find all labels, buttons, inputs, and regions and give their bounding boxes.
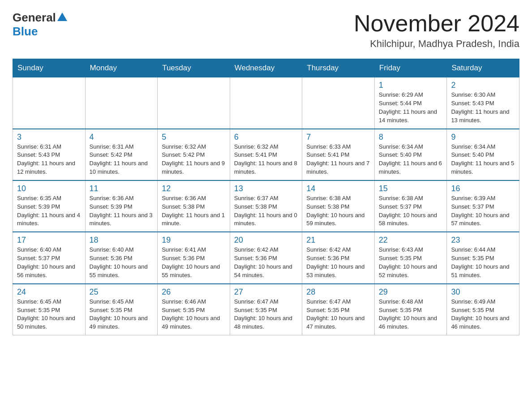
- calendar-row-4: 17Sunrise: 6:40 AMSunset: 5:37 PMDayligh…: [13, 232, 519, 283]
- day-info: Sunrise: 6:33 AMSunset: 5:41 PMDaylight:…: [306, 143, 370, 176]
- day-number: 1: [379, 81, 443, 90]
- day-number: 11: [90, 184, 154, 193]
- calendar-cell: [85, 77, 158, 129]
- day-info: Sunrise: 6:42 AMSunset: 5:36 PMDaylight:…: [306, 246, 370, 279]
- calendar-row-2: 3Sunrise: 6:31 AMSunset: 5:43 PMDaylight…: [13, 129, 519, 180]
- day-number: 21: [306, 235, 370, 245]
- day-info: Sunrise: 6:35 AMSunset: 5:39 PMDaylight:…: [17, 194, 81, 228]
- title-area: November 2024 Khilchipur, Madhya Pradesh…: [354, 11, 519, 50]
- day-number: 5: [162, 133, 226, 142]
- day-info: Sunrise: 6:32 AMSunset: 5:41 PMDaylight:…: [234, 143, 298, 176]
- calendar-cell: 16Sunrise: 6:39 AMSunset: 5:37 PMDayligh…: [447, 180, 519, 232]
- calendar-cell: 30Sunrise: 6:49 AMSunset: 5:35 PMDayligh…: [447, 284, 519, 335]
- day-info: Sunrise: 6:38 AMSunset: 5:38 PMDaylight:…: [306, 194, 370, 228]
- day-number: 22: [379, 235, 443, 245]
- day-info: Sunrise: 6:47 AMSunset: 5:35 PMDaylight:…: [234, 298, 298, 331]
- month-title: November 2024: [354, 11, 519, 36]
- calendar-cell: 22Sunrise: 6:43 AMSunset: 5:35 PMDayligh…: [374, 232, 447, 283]
- weekday-header-tuesday: Tuesday: [158, 59, 230, 77]
- weekday-header-row: SundayMondayTuesdayWednesdayThursdayFrid…: [13, 59, 519, 77]
- calendar-cell: 23Sunrise: 6:44 AMSunset: 5:35 PMDayligh…: [447, 232, 519, 283]
- day-info: Sunrise: 6:48 AMSunset: 5:35 PMDaylight:…: [379, 298, 443, 331]
- calendar-cell: 4Sunrise: 6:31 AMSunset: 5:42 PMDaylight…: [85, 129, 158, 180]
- calendar-cell: 8Sunrise: 6:34 AMSunset: 5:40 PMDaylight…: [374, 129, 447, 180]
- day-number: 9: [451, 133, 515, 142]
- day-info: Sunrise: 6:34 AMSunset: 5:40 PMDaylight:…: [451, 143, 515, 176]
- day-info: Sunrise: 6:39 AMSunset: 5:37 PMDaylight:…: [451, 194, 515, 228]
- calendar-cell: 18Sunrise: 6:40 AMSunset: 5:36 PMDayligh…: [85, 232, 158, 283]
- calendar-cell: 9Sunrise: 6:34 AMSunset: 5:40 PMDaylight…: [447, 129, 519, 180]
- day-number: 27: [234, 287, 298, 297]
- day-number: 12: [162, 184, 226, 193]
- day-info: Sunrise: 6:29 AMSunset: 5:44 PMDaylight:…: [379, 91, 443, 124]
- day-number: 8: [379, 133, 443, 142]
- calendar-cell: 15Sunrise: 6:38 AMSunset: 5:37 PMDayligh…: [374, 180, 447, 232]
- calendar-cell: 10Sunrise: 6:35 AMSunset: 5:39 PMDayligh…: [13, 180, 86, 232]
- calendar-row-5: 24Sunrise: 6:45 AMSunset: 5:35 PMDayligh…: [13, 284, 519, 335]
- calendar-cell: 20Sunrise: 6:42 AMSunset: 5:36 PMDayligh…: [230, 232, 302, 283]
- day-info: Sunrise: 6:40 AMSunset: 5:37 PMDaylight:…: [17, 246, 81, 279]
- calendar-cell: 25Sunrise: 6:45 AMSunset: 5:35 PMDayligh…: [85, 284, 158, 335]
- day-info: Sunrise: 6:45 AMSunset: 5:35 PMDaylight:…: [90, 298, 154, 331]
- calendar-cell: [158, 77, 230, 129]
- weekday-header-sunday: Sunday: [13, 59, 86, 77]
- day-number: 19: [162, 235, 226, 245]
- day-number: 10: [17, 184, 81, 193]
- logo-triangle-icon: [57, 13, 67, 21]
- day-info: Sunrise: 6:34 AMSunset: 5:40 PMDaylight:…: [379, 143, 443, 176]
- day-number: 24: [17, 287, 81, 297]
- calendar-cell: 14Sunrise: 6:38 AMSunset: 5:38 PMDayligh…: [302, 180, 375, 232]
- day-number: 29: [379, 287, 443, 297]
- day-info: Sunrise: 6:38 AMSunset: 5:37 PMDaylight:…: [379, 194, 443, 228]
- logo: General Blue: [13, 11, 67, 39]
- day-info: Sunrise: 6:41 AMSunset: 5:36 PMDaylight:…: [162, 246, 226, 279]
- day-info: Sunrise: 6:45 AMSunset: 5:35 PMDaylight:…: [17, 298, 81, 331]
- day-number: 16: [451, 184, 515, 193]
- day-number: 7: [306, 133, 370, 142]
- calendar-cell: 21Sunrise: 6:42 AMSunset: 5:36 PMDayligh…: [302, 232, 375, 283]
- calendar-cell: 17Sunrise: 6:40 AMSunset: 5:37 PMDayligh…: [13, 232, 86, 283]
- day-number: 13: [234, 184, 298, 193]
- calendar-cell: 12Sunrise: 6:36 AMSunset: 5:38 PMDayligh…: [158, 180, 230, 232]
- day-number: 20: [234, 235, 298, 245]
- calendar-cell: 26Sunrise: 6:46 AMSunset: 5:35 PMDayligh…: [158, 284, 230, 335]
- calendar-table: SundayMondayTuesdayWednesdayThursdayFrid…: [13, 59, 519, 335]
- day-info: Sunrise: 6:36 AMSunset: 5:38 PMDaylight:…: [162, 194, 226, 228]
- day-info: Sunrise: 6:31 AMSunset: 5:43 PMDaylight:…: [17, 143, 81, 176]
- day-info: Sunrise: 6:44 AMSunset: 5:35 PMDaylight:…: [451, 246, 515, 279]
- calendar-cell: 3Sunrise: 6:31 AMSunset: 5:43 PMDaylight…: [13, 129, 86, 180]
- calendar-row-1: 1Sunrise: 6:29 AMSunset: 5:44 PMDaylight…: [13, 77, 519, 129]
- calendar-cell: 6Sunrise: 6:32 AMSunset: 5:41 PMDaylight…: [230, 129, 302, 180]
- calendar-cell: 28Sunrise: 6:47 AMSunset: 5:35 PMDayligh…: [302, 284, 375, 335]
- calendar-cell: [302, 77, 375, 129]
- weekday-header-wednesday: Wednesday: [230, 59, 302, 77]
- calendar-cell: 5Sunrise: 6:32 AMSunset: 5:42 PMDaylight…: [158, 129, 230, 180]
- page-header: General Blue November 2024 Khilchipur, M…: [13, 11, 519, 50]
- calendar-cell: 7Sunrise: 6:33 AMSunset: 5:41 PMDaylight…: [302, 129, 375, 180]
- day-info: Sunrise: 6:31 AMSunset: 5:42 PMDaylight:…: [90, 143, 154, 176]
- calendar-cell: 19Sunrise: 6:41 AMSunset: 5:36 PMDayligh…: [158, 232, 230, 283]
- day-number: 14: [306, 184, 370, 193]
- day-info: Sunrise: 6:43 AMSunset: 5:35 PMDaylight:…: [379, 246, 443, 279]
- day-info: Sunrise: 6:37 AMSunset: 5:38 PMDaylight:…: [234, 194, 298, 228]
- weekday-header-saturday: Saturday: [447, 59, 519, 77]
- logo-blue-text: Blue: [13, 25, 38, 38]
- day-number: 3: [17, 133, 81, 142]
- day-number: 25: [90, 287, 154, 297]
- weekday-header-thursday: Thursday: [302, 59, 375, 77]
- calendar-cell: [230, 77, 302, 129]
- calendar-cell: 11Sunrise: 6:36 AMSunset: 5:39 PMDayligh…: [85, 180, 158, 232]
- calendar-cell: [13, 77, 86, 129]
- weekday-header-friday: Friday: [374, 59, 447, 77]
- logo-general-text: General: [13, 11, 56, 25]
- day-number: 30: [451, 287, 515, 297]
- day-number: 18: [90, 235, 154, 245]
- day-number: 23: [451, 235, 515, 245]
- day-info: Sunrise: 6:47 AMSunset: 5:35 PMDaylight:…: [306, 298, 370, 331]
- day-number: 28: [306, 287, 370, 297]
- day-info: Sunrise: 6:36 AMSunset: 5:39 PMDaylight:…: [90, 194, 154, 228]
- calendar-cell: 24Sunrise: 6:45 AMSunset: 5:35 PMDayligh…: [13, 284, 86, 335]
- day-number: 17: [17, 235, 81, 245]
- day-info: Sunrise: 6:42 AMSunset: 5:36 PMDaylight:…: [234, 246, 298, 279]
- day-info: Sunrise: 6:46 AMSunset: 5:35 PMDaylight:…: [162, 298, 226, 331]
